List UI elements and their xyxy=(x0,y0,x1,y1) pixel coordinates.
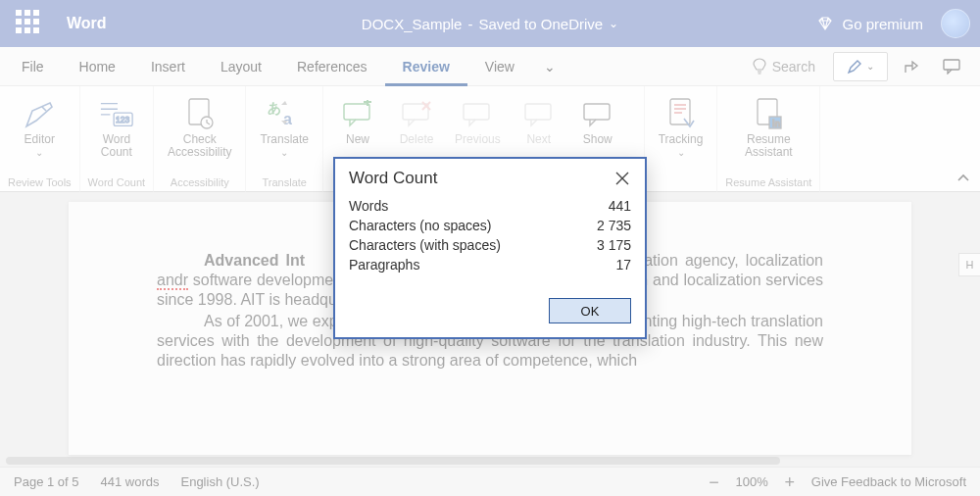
group-accessibility: Check Accessibility Accessibility xyxy=(154,86,246,192)
zoom-in-button[interactable]: + xyxy=(782,473,798,491)
feedback-link[interactable]: Give Feedback to Microsoft xyxy=(811,474,966,489)
header-footer-badge[interactable]: H xyxy=(958,253,980,276)
chevron-up-icon xyxy=(956,172,970,185)
resume-assistant-label: Resume Assistant xyxy=(745,133,793,159)
show-comments-button[interactable]: Show xyxy=(571,92,624,150)
tab-layout[interactable]: Layout xyxy=(203,47,279,86)
svg-rect-7 xyxy=(344,104,369,120)
tab-overflow[interactable]: ⌄ xyxy=(532,47,567,86)
close-icon xyxy=(613,170,631,187)
group-review-tools: Editor⌄ Review Tools xyxy=(0,86,80,192)
search-placeholder: Search xyxy=(772,59,815,74)
svg-rect-9 xyxy=(464,104,489,120)
close-button[interactable] xyxy=(613,170,631,187)
group-label-resume: Resume Assistant xyxy=(725,173,811,192)
word-count-row-paragraphs: Paragraphs 17 xyxy=(349,255,631,274)
tab-insert[interactable]: Insert xyxy=(133,47,203,86)
word-count-icon: 123 xyxy=(99,96,134,131)
svg-rect-10 xyxy=(525,104,551,120)
go-premium-button[interactable]: Go premium xyxy=(816,15,923,32)
word-count-dialog: Word Count Words 441 Characters (no spac… xyxy=(333,157,647,339)
document-name: DOCX_Sample xyxy=(362,16,463,32)
tab-view[interactable]: View xyxy=(467,47,532,86)
wc-paragraphs-label: Paragraphs xyxy=(349,257,419,273)
word-count-row-chars-ws: Characters (with spaces) 3 175 xyxy=(349,235,631,255)
status-language[interactable]: English (U.S.) xyxy=(180,474,259,489)
svg-rect-0 xyxy=(944,60,959,70)
wc-chars-ns-value: 2 735 xyxy=(597,218,631,233)
word-count-button[interactable]: 123 Word Count xyxy=(90,92,143,163)
horizontal-scrollbar[interactable] xyxy=(0,455,980,467)
document-title[interactable]: DOCX_Sample - Saved to OneDrive ⌄ xyxy=(362,16,618,32)
previous-comment-label: Previous xyxy=(455,133,501,146)
new-comment-label: New xyxy=(346,133,369,146)
delete-comment-icon xyxy=(399,96,434,131)
previous-comment-button: Previous xyxy=(449,92,507,150)
wc-paragraphs-value: 17 xyxy=(615,257,631,273)
tab-review[interactable]: Review xyxy=(385,47,467,86)
delete-comment-button: Delete xyxy=(390,92,443,150)
group-label-word-count: Word Count xyxy=(88,173,146,192)
group-resume-assistant: in Resume Assistant Resume Assistant xyxy=(717,86,820,192)
group-label-translate: Translate xyxy=(263,173,307,192)
show-comments-icon xyxy=(580,96,615,131)
svg-text:a: a xyxy=(283,111,292,127)
comments-button[interactable] xyxy=(937,52,966,81)
next-comment-button: Next xyxy=(513,92,565,150)
ok-button[interactable]: OK xyxy=(549,298,631,323)
zoom-out-button[interactable]: − xyxy=(707,473,722,491)
word-count-label: Word Count xyxy=(101,133,132,159)
next-comment-icon xyxy=(521,96,557,131)
group-word-count: 123 Word Count Word Count xyxy=(80,86,155,192)
show-comments-label: Show xyxy=(583,133,612,146)
translate-button[interactable]: あa Translate⌄ xyxy=(254,92,315,163)
check-accessibility-button[interactable]: Check Accessibility xyxy=(162,92,237,163)
delete-comment-label: Delete xyxy=(400,133,434,146)
wc-chars-ns-label: Characters (no spaces) xyxy=(349,218,492,233)
resume-assistant-button[interactable]: in Resume Assistant xyxy=(739,92,799,163)
user-avatar[interactable] xyxy=(941,9,970,38)
spelling-error[interactable]: andr xyxy=(157,272,188,290)
svg-text:123: 123 xyxy=(116,115,129,124)
accessibility-icon xyxy=(182,96,218,131)
share-button[interactable] xyxy=(898,52,927,81)
go-premium-label: Go premium xyxy=(842,16,923,32)
editor-button[interactable]: Editor⌄ xyxy=(13,92,66,163)
ribbon-tabs: File Home Insert Layout References Revie… xyxy=(0,47,980,86)
diamond-icon xyxy=(816,15,834,32)
svg-rect-8 xyxy=(403,104,428,120)
chevron-down-icon: ⌄ xyxy=(609,17,618,30)
tracking-button[interactable]: Tracking⌄ xyxy=(653,92,710,163)
chevron-down-icon: ⌄ xyxy=(866,61,874,72)
translate-icon: あa xyxy=(267,96,302,131)
lightbulb-icon xyxy=(753,58,766,75)
resume-icon: in xyxy=(751,96,786,131)
status-page[interactable]: Page 1 of 5 xyxy=(14,474,79,489)
app-launcher-icon[interactable] xyxy=(16,10,43,37)
group-tracking: Tracking⌄ xyxy=(645,86,718,192)
status-words[interactable]: 441 words xyxy=(101,474,160,489)
tab-home[interactable]: Home xyxy=(62,47,133,86)
new-comment-button[interactable]: New xyxy=(331,92,384,150)
collapse-ribbon-button[interactable] xyxy=(956,172,970,185)
new-comment-icon xyxy=(340,96,375,131)
editing-mode-button[interactable]: ⌄ xyxy=(833,52,888,81)
tab-references[interactable]: References xyxy=(279,47,385,86)
search-box[interactable]: Search xyxy=(745,58,823,75)
share-icon xyxy=(904,59,921,74)
check-accessibility-label: Check Accessibility xyxy=(168,133,231,159)
previous-comment-icon xyxy=(460,96,495,131)
svg-rect-11 xyxy=(584,104,610,120)
group-label-review-tools: Review Tools xyxy=(8,173,72,192)
title-bar: Word DOCX_Sample - Saved to OneDrive ⌄ G… xyxy=(0,0,980,47)
zoom-level[interactable]: 100% xyxy=(736,474,768,489)
editor-icon xyxy=(22,96,57,131)
comment-icon xyxy=(943,59,960,74)
tracking-icon xyxy=(663,96,699,131)
wc-words-label: Words xyxy=(349,198,388,214)
save-location: Saved to OneDrive xyxy=(478,16,603,32)
editor-label: Editor xyxy=(24,132,55,146)
word-count-row-words: Words 441 xyxy=(349,196,631,216)
tab-file[interactable]: File xyxy=(4,47,62,86)
next-comment-label: Next xyxy=(526,133,551,146)
